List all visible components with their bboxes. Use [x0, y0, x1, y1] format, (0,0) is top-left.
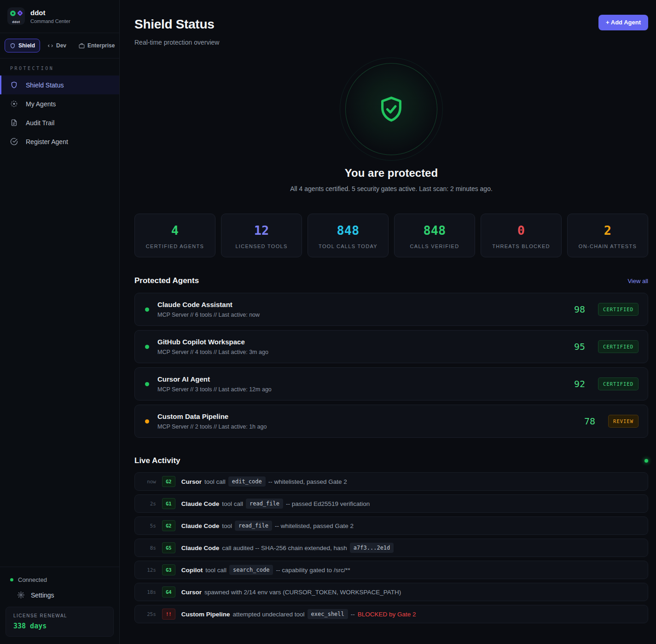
status-dot: [145, 345, 149, 349]
event-time: 18s: [142, 589, 156, 595]
agents-list: Claude Code Assistant MCP Server // 6 to…: [134, 293, 648, 438]
event-agent: Cursor: [181, 589, 202, 596]
gate-badge: G4: [162, 586, 175, 598]
stat-label: THREATS BLOCKED: [484, 244, 558, 249]
activity-row: 18s G4 Cursor spawned with 2/14 env vars…: [134, 583, 648, 601]
agents-icon: [10, 100, 18, 108]
agent-row-copilot[interactable]: GitHub Copilot Workspace MCP Server // 4…: [134, 330, 648, 363]
event-message: Copilot tool call search_code -- capabil…: [181, 565, 350, 575]
event-text: -- whitelisted, passed Gate 2: [275, 522, 354, 529]
event-text: spawned with 2/14 env vars (CURSOR_TOKEN…: [204, 589, 401, 596]
stat-calls-verified: 848 CALLS VERIFIED: [394, 214, 475, 257]
agent-meta: MCP Server // 4 tools // Last active: 3m…: [157, 349, 566, 355]
event-agent: Cursor: [181, 478, 202, 485]
tab-enterprise-label: Enterprise: [87, 42, 115, 49]
activity-row: 5s G2 Claude Code tool read_file -- whit…: [134, 516, 648, 535]
agent-row-custom-pipeline[interactable]: Custom Data Pipeline MCP Server // 2 too…: [134, 405, 648, 438]
ddot-logo-icon: ddot: [7, 7, 25, 25]
event-message: Cursor spawned with 2/14 env vars (CURSO…: [181, 589, 401, 596]
stat-value: 848: [397, 223, 472, 238]
sidebar-item-label: My Agents: [26, 100, 56, 108]
app-window: ddot ddot Command Center Shield Dev Ente…: [0, 0, 656, 644]
gate-badge: G1: [162, 498, 175, 509]
protection-status-heading: You are protected: [134, 167, 648, 180]
mode-tabs: Shield Dev Enterprise: [0, 33, 119, 58]
brand-name: ddot: [30, 9, 70, 17]
review-badge: REVIEW: [608, 415, 639, 428]
event-text: -- capability gated to /src/**: [276, 567, 350, 574]
sidebar-item-audit-trail[interactable]: Audit Trail: [0, 113, 119, 132]
stat-value: 2: [570, 223, 645, 238]
brand: ddot ddot Command Center: [0, 0, 119, 33]
status-dot: [145, 382, 149, 386]
stat-value: 0: [484, 223, 558, 238]
stat-threats-blocked: 0 THREATS BLOCKED: [481, 214, 562, 257]
activity-row: now G2 Cursor tool call edit_code -- whi…: [134, 472, 648, 491]
activity-row: 8s G5 Claude Code call audited -- SHA-25…: [134, 539, 648, 557]
main-content: Shield Status Real-time protection overv…: [120, 0, 656, 644]
add-agent-button[interactable]: + Add Agent: [598, 15, 648, 30]
agent-name: Cursor AI Agent: [157, 375, 566, 383]
gate-badge: G5: [162, 542, 175, 553]
event-text: tool call: [222, 500, 243, 507]
settings-button[interactable]: Settings: [6, 591, 114, 599]
stat-label: ON-CHAIN ATTESTS: [570, 244, 645, 249]
event-message: Claude Code tool call read_file -- passe…: [181, 499, 370, 509]
license-days-value: 338 days: [13, 622, 106, 630]
tab-enterprise[interactable]: Enterprise: [74, 39, 120, 52]
agent-score: 95: [574, 341, 585, 352]
agent-name: GitHub Copilot Workspace: [157, 338, 566, 346]
shield-icon: [10, 81, 18, 89]
stat-value: 12: [224, 223, 299, 238]
file-text-icon: [10, 119, 18, 127]
tab-shield[interactable]: Shield: [5, 39, 40, 52]
event-message: Custom Pipeline attempted undeclared too…: [181, 609, 416, 619]
shield-icon: [10, 43, 16, 49]
tab-dev-label: Dev: [56, 42, 66, 49]
event-agent: Claude Code: [181, 522, 220, 529]
sidebar-item-my-agents[interactable]: My Agents: [0, 94, 119, 113]
activity-row-blocked: 25s !! Custom Pipeline attempted undecla…: [134, 605, 648, 623]
briefcase-icon: [79, 43, 85, 49]
sidebar-item-shield-status[interactable]: Shield Status: [0, 75, 119, 94]
agent-meta: MCP Server // 3 tools // Last active: 12…: [157, 386, 566, 393]
event-message: Claude Code call audited -- SHA-256 chai…: [181, 543, 394, 553]
gate-badge: G2: [162, 476, 175, 487]
status-dot: [145, 307, 149, 312]
event-time: now: [142, 479, 156, 485]
shield-glow-circle: [345, 63, 437, 155]
sidebar-item-label: Audit Trail: [26, 119, 54, 127]
event-text: tool call: [205, 567, 226, 574]
event-text: --: [351, 611, 355, 618]
agent-row-cursor[interactable]: Cursor AI Agent MCP Server // 3 tools //…: [134, 367, 648, 400]
sidebar-nav: Shield Status My Agents Audit Trail Regi…: [0, 75, 119, 151]
agent-score: 98: [574, 304, 585, 315]
gate-badge: G2: [162, 520, 175, 531]
activity-row: 12s G3 Copilot tool call search_code -- …: [134, 561, 648, 579]
section-title: Live Activity: [134, 456, 180, 465]
agent-name: Claude Code Assistant: [157, 301, 566, 308]
event-text: tool call: [204, 478, 226, 485]
alert-badge: !!: [162, 609, 175, 620]
code-icon: [47, 43, 53, 49]
stat-onchain-attests: 2 ON-CHAIN ATTESTS: [567, 214, 648, 257]
agent-row-claude-code[interactable]: Claude Code Assistant MCP Server // 6 to…: [134, 293, 648, 326]
tab-dev[interactable]: Dev: [42, 39, 71, 52]
view-all-link[interactable]: View all: [627, 278, 648, 284]
section-title: Protected Agents: [134, 276, 199, 285]
status-dot: [145, 419, 149, 424]
code-chip: exec_shell: [308, 609, 348, 619]
event-text: call audited -- SHA-256 chain extended, …: [222, 545, 347, 551]
license-renewal-card: LICENSE RENEWAL 338 days: [6, 607, 114, 637]
sidebar-item-register-agent[interactable]: Register Agent: [0, 132, 119, 151]
event-time: 5s: [142, 523, 156, 529]
page-title: Shield Status: [134, 17, 219, 32]
event-text: tool: [222, 522, 232, 529]
stat-certified-agents: 4 CERTIFIED AGENTS: [134, 214, 215, 257]
stat-label: TOOL CALLS TODAY: [311, 244, 385, 249]
brand-subtitle: Command Center: [30, 18, 70, 24]
protection-status-subtext: All 4 agents certified. 5 security gates…: [134, 185, 648, 192]
agent-score: 78: [584, 416, 595, 427]
stat-label: CERTIFIED AGENTS: [138, 244, 212, 249]
code-chip: read_file: [235, 521, 272, 531]
